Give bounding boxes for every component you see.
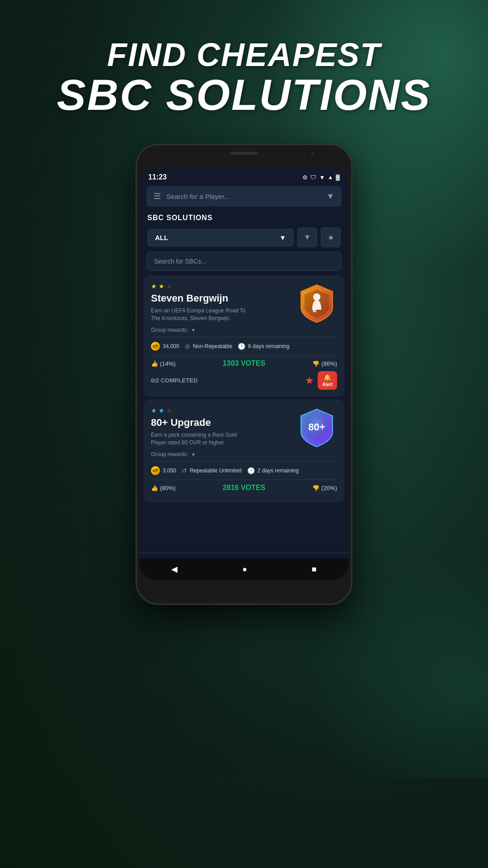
- card-info: ★ ★ ★ Steven Bergwijn Earn an UEFA Europ…: [151, 283, 296, 322]
- filter-button[interactable]: ▼: [297, 227, 317, 247]
- thumbs-down-icon-2: 👎: [312, 485, 319, 491]
- svg-text:80+: 80+: [308, 421, 325, 433]
- phone-frame: 11:23 ⚙ 🛡 ▼ ▲ ▓ ☰ Search for a Player...…: [136, 144, 352, 605]
- coin-value-2: 3,050: [163, 467, 176, 474]
- time-stat-2: 🕐 2 days remaining: [247, 467, 299, 474]
- card-info-2: ★ ★ ★ 80+ Upgrade Earn a pack containing…: [151, 407, 296, 447]
- vote-up-pct-2: (80%): [160, 485, 176, 491]
- vote-down-pct-2: (20%): [321, 485, 337, 491]
- recent-button[interactable]: ■: [312, 565, 317, 574]
- thumbs-up-icon: 👍: [151, 360, 158, 367]
- vote-down-pct: (86%): [321, 360, 337, 367]
- search-bar[interactable]: ☰ Search for a Player... ▼: [146, 186, 342, 207]
- android-nav-bar: ◀ ● ■: [139, 558, 349, 580]
- repeatable-label: Non-Repeatable: [193, 343, 232, 349]
- player-search-input[interactable]: Search for a Player...: [166, 193, 321, 200]
- coins-stat-2: UT 3,050: [151, 466, 176, 475]
- group-rewards-2[interactable]: Group rewards: ▼: [151, 451, 337, 458]
- repeatable-stat: ⊘ Non-Repeatable: [185, 343, 232, 350]
- star-2: ★: [159, 283, 164, 290]
- group-rewards[interactable]: Group rewards: ▼: [151, 327, 337, 333]
- card-description-2: Earn a pack containing a Rare Gold Playe…: [151, 431, 250, 447]
- star-2: ★: [159, 407, 164, 414]
- favorites-button[interactable]: ★: [321, 227, 341, 247]
- repeatable-stat-2: ↺ Repeatable Unlimited: [182, 467, 242, 474]
- sbc-search-bar[interactable]: Search for SBCs...: [146, 252, 342, 271]
- filter-row: ALL ▼ ▼ ★: [139, 226, 349, 252]
- no-repeat-icon: ⊘: [185, 343, 190, 350]
- stars-row-2: ★ ★ ★: [151, 407, 296, 414]
- card-stats: UT 34,000 ⊘ Non-Repeatable 🕐 6 days rema…: [151, 337, 337, 356]
- status-icons: ⚙ 🛡 ▼ ▲ ▓: [302, 174, 340, 181]
- phone-screen: 11:23 ⚙ 🛡 ▼ ▲ ▓ ☰ Search for a Player...…: [139, 169, 349, 580]
- phone-camera: [309, 151, 316, 158]
- star-icon: ★: [328, 233, 334, 242]
- clock-icon-2: 🕐: [247, 467, 255, 474]
- filter-icon: ▼: [304, 233, 311, 241]
- back-button[interactable]: ◀: [171, 564, 178, 574]
- phone-speaker: [230, 152, 258, 155]
- filter-funnel-icon[interactable]: ▼: [326, 192, 334, 201]
- thumbs-up-icon-2: 👍: [151, 485, 158, 491]
- repeatable-label-2: Repeatable Unlimited: [190, 467, 242, 474]
- card-bottom: 0/2 COMPLETED ★ 🔔 Alert: [151, 371, 337, 390]
- card-name: Steven Bergwijn: [151, 292, 296, 304]
- sbc-card-steven-bergwijn: ★ ★ ★ Steven Bergwijn Earn an UEFA Europ…: [144, 275, 344, 397]
- card-top-2: ★ ★ ★ 80+ Upgrade Earn a pack containing…: [151, 407, 337, 448]
- dropdown-value: ALL: [155, 234, 168, 241]
- card-top: ★ ★ ★ Steven Bergwijn Earn an UEFA Europ…: [151, 283, 337, 323]
- vote-down-2[interactable]: 👎 (20%): [312, 485, 337, 491]
- hamburger-icon[interactable]: ☰: [154, 191, 161, 201]
- all-dropdown[interactable]: ALL ▼: [147, 229, 294, 246]
- vote-down[interactable]: 👎 (86%): [312, 360, 337, 367]
- section-title-bar: SBC SOLUTIONS: [139, 210, 349, 226]
- votes-row: 👍 (14%) 1303 VOTES 👎 (86%): [151, 359, 337, 368]
- signal-icon: ▲: [328, 174, 333, 180]
- vote-count-2: 2816 VOTES: [223, 484, 265, 492]
- star-1: ★: [151, 283, 157, 290]
- gear-icon: ⚙: [302, 174, 308, 181]
- svg-point-0: [313, 293, 320, 301]
- favorite-star-button[interactable]: ★: [305, 375, 314, 387]
- vote-up[interactable]: 👍 (14%): [151, 360, 176, 367]
- headline-line2: SBC SOLUTIONS: [57, 73, 431, 117]
- home-button[interactable]: ●: [242, 565, 247, 574]
- content-wrapper: FIND CHEAPEST SBC SOLUTIONS 11:23 ⚙ 🛡 ▼ …: [0, 0, 488, 868]
- thumbs-down-icon: 👎: [312, 360, 319, 367]
- sbc-search-placeholder: Search for SBCs...: [154, 258, 206, 265]
- coin-value: 34,000: [163, 343, 179, 349]
- cards-area: ★ ★ ★ Steven Bergwijn Earn an UEFA Europ…: [139, 275, 349, 553]
- completed-text: 0/2 COMPLETED: [151, 377, 197, 384]
- chevron-down-icon-2: ▼: [191, 452, 196, 457]
- headline-section: FIND CHEAPEST SBC SOLUTIONS: [57, 0, 431, 117]
- votes-row-2: 👍 (80%) 2816 VOTES 👎 (20%): [151, 484, 337, 492]
- card-stats-2: UT 3,050 ↺ Repeatable Unlimited 🕐 2 days…: [151, 461, 337, 480]
- coins-stat: UT 34,000: [151, 342, 179, 351]
- star-1: ★: [151, 407, 157, 414]
- section-title: SBC SOLUTIONS: [147, 214, 213, 222]
- vote-count: 1303 VOTES: [223, 359, 265, 368]
- shield-icon: 🛡: [310, 174, 316, 181]
- vote-up-2[interactable]: 👍 (80%): [151, 485, 176, 491]
- bell-icon: 🔔: [324, 374, 331, 381]
- status-time: 11:23: [148, 173, 167, 181]
- card-description: Earn an UEFA Europa League Road To The K…: [151, 307, 250, 322]
- chevron-down-icon: ▼: [279, 234, 286, 241]
- clock-icon: 🕐: [238, 343, 245, 350]
- coin-icon: UT: [151, 342, 160, 351]
- player-badge-orange: [296, 283, 337, 323]
- status-bar: 11:23 ⚙ 🛡 ▼ ▲ ▓: [139, 169, 349, 186]
- player-badge-blue: 80+: [296, 407, 337, 448]
- time-value: 6 days remaining: [248, 343, 289, 349]
- card-actions: ★ 🔔 Alert: [305, 371, 337, 390]
- star-3: ★: [166, 283, 172, 290]
- coin-icon-2: UT: [151, 466, 160, 475]
- repeat-icon: ↺: [182, 467, 187, 474]
- wifi-icon: ▼: [319, 174, 325, 181]
- vote-up-pct: (14%): [160, 360, 176, 367]
- alert-button[interactable]: 🔔 Alert: [318, 371, 337, 390]
- battery-icon: ▓: [336, 174, 340, 180]
- headline-line1: FIND CHEAPEST: [57, 36, 431, 73]
- time-value-2: 2 days remaining: [258, 467, 299, 474]
- svg-point-1: [313, 309, 316, 312]
